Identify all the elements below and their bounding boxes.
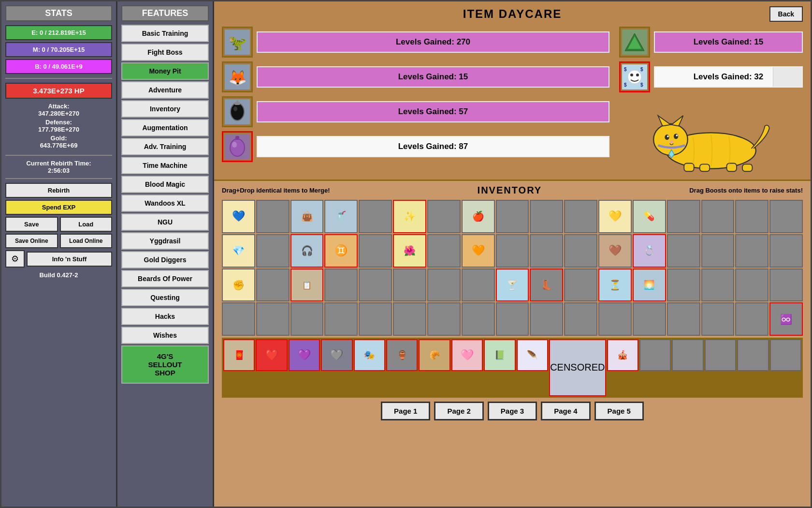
inv-cell[interactable] [427, 269, 461, 302]
inv-cell[interactable]: 🍎 [462, 200, 495, 233]
inv-cell-bottom[interactable]: 🧧 [223, 339, 255, 371]
save-online-button[interactable]: Save Online [5, 234, 58, 248]
inv-cell[interactable] [564, 200, 597, 233]
feature-adventure[interactable]: Adventure [121, 81, 209, 99]
inv-cell[interactable]: 👢 [530, 269, 563, 302]
inv-cell[interactable] [427, 200, 461, 233]
feature-wishes[interactable]: Wishes [121, 327, 209, 344]
feature-blood-magic[interactable]: Blood Magic [121, 176, 209, 193]
inv-cell[interactable] [701, 269, 735, 302]
page-4-button[interactable]: Page 4 [541, 402, 590, 420]
inv-cell[interactable] [633, 302, 666, 336]
inv-cell[interactable] [701, 200, 735, 233]
inv-cell[interactable] [256, 302, 290, 336]
feature-sellout-shop[interactable]: 4G'SSELLOUTSHOP [121, 345, 209, 384]
inv-cell[interactable]: ⏳ [598, 269, 632, 302]
inv-cell[interactable] [359, 234, 392, 268]
gear-button[interactable]: ⚙ [5, 250, 25, 268]
inv-cell-bottom[interactable] [639, 339, 671, 371]
save-button[interactable]: Save [5, 217, 58, 232]
inv-cell[interactable]: 💛 [598, 200, 632, 233]
inv-cell[interactable]: ✊ [222, 269, 255, 302]
inv-cell-bottom[interactable] [770, 339, 801, 371]
feature-fight-boss[interactable]: Fight Boss [121, 44, 209, 61]
inv-cell[interactable]: 💊 [633, 200, 666, 233]
load-online-button[interactable]: Load Online [60, 234, 113, 248]
inv-cell[interactable] [667, 200, 700, 233]
load-button[interactable]: Load [60, 217, 113, 232]
feature-wandoos-xl[interactable]: Wandoos XL [121, 194, 209, 212]
inv-cell[interactable] [496, 234, 529, 268]
inv-cell-bottom[interactable]: CENSORED [549, 339, 606, 396]
inv-cell[interactable] [496, 200, 529, 233]
inv-cell[interactable]: ✨ [393, 200, 426, 233]
inv-cell[interactable] [769, 200, 803, 233]
inv-cell-bottom[interactable]: ❤️ [256, 339, 287, 371]
inv-cell[interactable] [496, 302, 529, 336]
feature-basic-training[interactable]: Basic Training [121, 25, 209, 42]
inv-cell-bottom[interactable] [737, 339, 768, 371]
spend-exp-button[interactable]: Spend EXP [5, 200, 112, 215]
inv-cell[interactable]: 💙 [222, 200, 255, 233]
inv-cell[interactable]: ♾️ [769, 302, 803, 336]
feature-yggdrasil[interactable]: Yggdrasil [121, 232, 209, 250]
inv-cell[interactable] [735, 302, 768, 336]
feature-questing[interactable]: Questing [121, 289, 209, 306]
inv-cell-bottom[interactable]: 📗 [484, 339, 515, 371]
inv-cell[interactable] [256, 269, 290, 302]
page-5-button[interactable]: Page 5 [594, 402, 644, 420]
inv-cell[interactable]: 🌺 [393, 234, 426, 268]
inv-cell[interactable] [530, 200, 563, 233]
inv-cell[interactable]: 👜 [290, 200, 324, 233]
inv-cell[interactable]: 🎧 [290, 234, 324, 268]
inv-cell[interactable] [530, 302, 563, 336]
inv-cell-bottom[interactable] [705, 339, 736, 371]
inv-cell[interactable] [769, 234, 803, 268]
inv-cell[interactable] [256, 200, 290, 233]
feature-time-machine[interactable]: Time Machine [121, 157, 209, 174]
inv-cell[interactable] [393, 302, 426, 336]
inv-cell[interactable] [667, 234, 700, 268]
inv-cell[interactable]: 🧡 [462, 234, 495, 268]
feature-beards-of-power[interactable]: Beards Of Power [121, 270, 209, 287]
inv-cell[interactable] [735, 234, 768, 268]
inv-cell-bottom[interactable] [672, 339, 703, 371]
inv-cell[interactable]: 🤎 [598, 234, 632, 268]
inv-cell-bottom[interactable]: 🎭 [354, 339, 385, 371]
inv-cell[interactable] [701, 302, 735, 336]
inv-cell[interactable] [462, 269, 495, 302]
inv-cell[interactable] [598, 302, 632, 336]
page-3-button[interactable]: Page 3 [488, 402, 537, 420]
inv-cell[interactable] [290, 302, 324, 336]
feature-hacks[interactable]: Hacks [121, 308, 209, 325]
inv-cell[interactable]: 🍸 [496, 269, 529, 302]
inv-cell-bottom[interactable]: 🎪 [607, 339, 638, 371]
inv-cell[interactable] [359, 200, 392, 233]
inv-cell-bottom[interactable]: 🪶 [517, 339, 548, 371]
inv-cell[interactable] [564, 302, 597, 336]
inv-cell[interactable] [427, 234, 461, 268]
feature-gold-diggers[interactable]: Gold Diggers [121, 251, 209, 269]
inv-cell[interactable] [462, 302, 495, 336]
inv-cell[interactable] [256, 234, 290, 268]
feature-inventory[interactable]: Inventory [121, 100, 209, 118]
inv-cell[interactable] [427, 302, 461, 336]
rebirth-button[interactable]: Rebirth [5, 183, 112, 198]
inv-cell[interactable] [530, 234, 563, 268]
inv-cell-bottom[interactable]: 🩶 [321, 339, 352, 371]
inv-cell[interactable]: 🌅 [633, 269, 666, 302]
inv-cell[interactable] [564, 234, 597, 268]
inv-cell[interactable] [667, 302, 700, 336]
inv-cell[interactable]: 🥤 [324, 200, 358, 233]
daycare-icon-3[interactable] [222, 96, 253, 127]
inv-cell[interactable] [769, 269, 803, 302]
inv-cell[interactable] [735, 200, 768, 233]
feature-augmentation[interactable]: Augmentation [121, 119, 209, 136]
inv-cell[interactable]: 📋 [290, 269, 324, 302]
inv-cell[interactable]: ♊ [324, 234, 358, 268]
inv-cell-bottom[interactable]: 🥐 [419, 339, 450, 371]
daycare-icon-right-1[interactable] [619, 27, 650, 58]
inv-cell[interactable] [735, 269, 768, 302]
daycare-icon-right-2[interactable]: $ $ $ $ [619, 61, 650, 92]
inv-cell-bottom[interactable]: 🩷 [451, 339, 483, 371]
